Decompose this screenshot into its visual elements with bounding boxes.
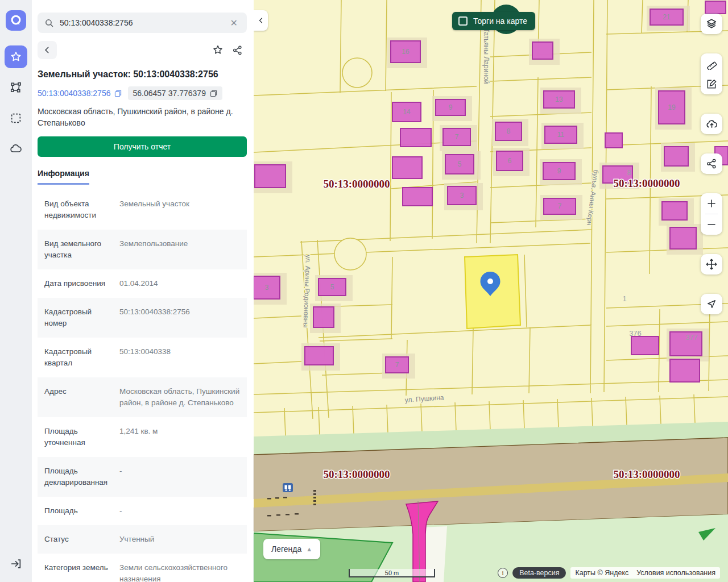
layers-button[interactable] [701,14,722,34]
layers-icon [705,18,718,30]
star-icon [10,51,22,63]
clear-search-icon[interactable]: ✕ [228,16,240,30]
copy-icon[interactable] [114,89,122,98]
cadastral-quarter-label: 50:13:0000000 [323,178,390,190]
cadastral-quarter-label: 50:13:0000000 [613,468,680,480]
building[interactable] [631,336,659,355]
info-row-value: Московская область, Пушкинский район, в … [119,386,240,409]
collapse-panel-button[interactable] [254,10,268,31]
info-row-label: Категория земель [44,562,119,582]
scale-label: 50 m [385,569,399,576]
cadastral-number-chip[interactable]: 50:13:0040338:2756 [38,89,122,98]
building-number: 7 [455,133,459,141]
info-row: Площадь декларированная- [38,457,247,497]
chips-row: 50:13:0040338:2756 56.06457 37.776379 [38,86,247,100]
info-row-value: Землепользование [119,238,240,261]
back-button[interactable] [38,41,57,59]
building[interactable] [670,227,696,249]
move-icon [705,258,718,271]
maps-copyright-link[interactable]: Карты © Яндекс [575,569,628,577]
auction-toggle[interactable]: Торги на карте [452,12,535,30]
minus-icon [706,219,717,230]
draw-button[interactable] [701,74,722,94]
sign-in-icon [10,558,22,570]
search-input[interactable] [60,18,228,27]
info-row-value: 50:13:0040338:2756 [119,306,240,329]
info-row-value: - [119,465,240,488]
parcel-number: 8 [627,168,631,177]
parcel-number: 1 [622,294,626,303]
info-row: Кадастровый квартал50:13:0040338 [38,338,247,377]
sidebar-item-cloud-tool[interactable] [5,138,27,160]
zoom-in-button[interactable] [701,193,722,214]
info-row-value: Земли сельскохозяйственного назначения [119,562,240,582]
tab-information[interactable]: Информация [38,169,89,185]
logo-icon [10,14,22,27]
favorite-button[interactable] [208,41,228,59]
upload-button[interactable] [701,114,722,134]
share-icon [232,45,243,56]
info-row-label: Адрес [44,386,119,409]
info-icon[interactable]: i [498,568,508,578]
sidebar-item-polygon-tool[interactable] [5,76,27,99]
ruler-icon [706,58,718,70]
building[interactable] [392,157,422,178]
copy-icon[interactable] [209,89,218,98]
zoom-out-button[interactable] [701,214,722,235]
building[interactable] [400,128,431,147]
page-title: Земельный участок: 50:13:0040338:2756 [38,69,247,80]
sign-in-button[interactable] [5,552,27,575]
building-number: 7 [558,202,562,210]
building[interactable] [532,42,553,59]
info-row-label: Площадь [44,505,119,517]
locate-button[interactable] [701,294,722,314]
ruler-button[interactable] [701,53,722,74]
building[interactable] [664,147,688,166]
app-logo[interactable] [6,10,26,31]
building[interactable] [705,1,726,14]
terms-link[interactable]: Условия использования [636,569,715,577]
building-number: 16 [402,48,410,56]
building[interactable] [670,359,700,382]
map-attribution: i Beta-версия Карты © Яндекс Условия исп… [498,567,720,579]
building[interactable] [305,347,333,365]
share-map-button[interactable] [701,153,722,174]
app: ✕ Земельный участок: 50:13:0040338:2756 [0,0,728,582]
legend-button[interactable]: Легенда ▲ [263,539,320,559]
building-number: 9 [557,167,561,175]
cadastral-number-link[interactable]: 50:13:0040338:2756 [38,89,110,98]
get-report-button[interactable]: Получить отчет [38,136,247,157]
info-row: Категория земельЗемли сельскохозяйственн… [38,554,247,582]
building[interactable] [313,307,334,327]
detail-panel: ✕ Земельный участок: 50:13:0040338:2756 [32,0,254,582]
building-number: 3 [265,284,269,292]
sidebar-item-select-area-tool[interactable] [5,107,27,130]
cloud-icon [9,142,23,156]
coordinates-chip[interactable]: 56.06457 37.776379 [128,86,222,100]
tabs: Информация [38,168,247,185]
building-number: 7 [395,361,399,369]
building-number: 5 [330,283,334,291]
info-row-label: Кадастровый квартал [44,346,119,369]
info-row: Площадь уточненная1,241 кв. м [38,417,247,457]
chevron-up-icon: ▲ [306,546,312,552]
info-row-value: - [119,505,240,517]
building[interactable] [403,188,432,206]
auction-checkbox[interactable] [458,16,468,26]
building-number: 13 [555,95,563,103]
building-number: 19 [668,103,676,111]
plus-icon [706,198,717,209]
building[interactable] [605,133,622,148]
map-canvas[interactable]: 169147586313119721193571376377850:13:000… [254,0,728,582]
sidebar-item-favorites[interactable] [5,45,27,68]
object-address: Московская область, Пушкинский район, в … [38,106,247,128]
pan-button[interactable] [701,254,722,275]
share-button[interactable] [228,41,247,59]
building[interactable] [255,165,286,188]
building[interactable] [662,202,687,220]
parcel-number: 377 [685,333,698,342]
info-row-label: Кадастровый номер [44,306,119,329]
scale-bar: 50 m [349,569,435,577]
object-toolbar [38,41,247,59]
info-row-value: 01.04.2014 [119,278,240,289]
